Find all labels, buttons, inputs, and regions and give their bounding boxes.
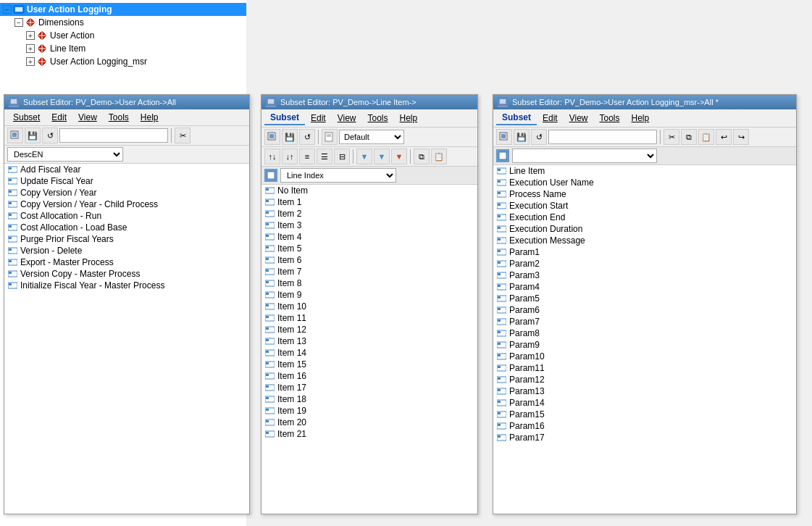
list-item[interactable]: Purge Prior Fiscal Years <box>4 233 249 245</box>
panel1-menu-tools[interactable]: Tools <box>103 111 135 124</box>
panel2-sort-3[interactable]: ≡ <box>299 149 315 164</box>
list-item[interactable]: Cost Allocation - Run <box>4 210 249 222</box>
list-item[interactable]: Item 1 <box>261 196 477 208</box>
list-item[interactable]: Execution End <box>493 212 796 223</box>
list-item[interactable]: Item 9 <box>261 289 477 301</box>
list-item[interactable]: Version - Delete <box>4 245 249 256</box>
panel2-dropdown[interactable]: Default <box>339 130 404 144</box>
list-item[interactable]: Param5 <box>493 293 796 304</box>
panel1-btn-1[interactable] <box>7 128 23 143</box>
panel2-list[interactable]: No Item Item 1 Item 2 Item 3 Item 4 Item… <box>261 185 477 467</box>
list-item[interactable]: Item 3 <box>261 220 477 231</box>
panel3-menu-edit[interactable]: Edit <box>537 112 564 125</box>
list-item[interactable]: Param8 <box>493 327 796 339</box>
ua-expand-icon[interactable]: + <box>26 31 35 40</box>
list-item[interactable]: Initialize Fiscal Year - Master Process <box>4 280 249 291</box>
list-item[interactable]: Copy Version / Year <box>4 187 249 199</box>
list-item[interactable]: Item 7 <box>261 266 477 277</box>
list-item[interactable]: Item 2 <box>261 208 477 220</box>
list-item[interactable]: Cost Allocation - Load Base <box>4 222 249 233</box>
panel3-undo-btn[interactable]: ↩ <box>716 129 732 145</box>
list-item[interactable]: Item 10 <box>261 301 477 312</box>
list-item[interactable]: Item 21 <box>261 428 477 440</box>
panel2-menu-view[interactable]: View <box>332 112 362 125</box>
panel2-page-icon[interactable] <box>322 129 338 145</box>
list-item[interactable]: Item 6 <box>261 254 477 266</box>
panel3-search-input[interactable] <box>548 130 657 144</box>
list-item[interactable]: Param11 <box>493 362 796 374</box>
panel1-menu-subset[interactable]: Subset <box>7 111 46 124</box>
list-item[interactable]: Execution User Name <box>493 177 796 188</box>
dimensions-collapse-icon[interactable]: − <box>14 18 23 27</box>
list-item[interactable]: Item 12 <box>261 324 477 335</box>
list-item[interactable]: Item 11 <box>261 312 477 324</box>
msr-expand-icon[interactable]: + <box>26 57 35 66</box>
list-item[interactable]: Item 4 <box>261 231 477 243</box>
list-item[interactable]: Item 17 <box>261 382 477 393</box>
panel1-save-btn[interactable]: 💾 <box>25 128 41 143</box>
list-item[interactable]: Param10 <box>493 351 796 362</box>
li-expand-icon[interactable]: + <box>26 44 35 53</box>
panel2-sort-5[interactable]: ⊟ <box>334 149 350 164</box>
list-item[interactable]: Item 19 <box>261 405 477 417</box>
list-item[interactable]: Version Copy - Master Process <box>4 268 249 280</box>
panel2-copy-btn[interactable]: ⧉ <box>414 149 430 164</box>
list-item[interactable]: Update Fiscal Year <box>4 175 249 187</box>
panel2-menu-edit[interactable]: Edit <box>305 112 332 125</box>
panel2-refresh-btn[interactable]: ↺ <box>299 129 315 145</box>
panel2-menu-help[interactable]: Help <box>394 112 424 125</box>
panel1-sort-select[interactable]: DescEN <box>7 147 123 162</box>
panel3-menu-help[interactable]: Help <box>626 112 656 125</box>
list-item[interactable]: Copy Version / Year - Child Process <box>4 199 249 210</box>
panel1-list[interactable]: Add Fiscal Year Update Fiscal Year Copy … <box>4 164 249 475</box>
tree-user-action-node[interactable]: + User Action <box>0 29 246 42</box>
list-item[interactable]: Item 5 <box>261 243 477 254</box>
panel3-copy-btn[interactable]: ⧉ <box>681 129 697 145</box>
list-item[interactable]: Process Name <box>493 188 796 200</box>
list-item[interactable]: Item 16 <box>261 370 477 382</box>
list-item[interactable]: Param16 <box>493 420 796 432</box>
list-item[interactable]: Param13 <box>493 385 796 397</box>
panel2-sort-asc[interactable]: ↑↓ <box>264 149 280 164</box>
panel1-menu-edit[interactable]: Edit <box>46 111 72 124</box>
panel3-cut-btn[interactable]: ✂ <box>664 129 679 145</box>
panel3-list[interactable]: Line Item Execution User Name Process Na… <box>493 165 796 469</box>
panel3-menu-subset[interactable]: Subset <box>496 111 537 125</box>
list-item[interactable]: Add Fiscal Year <box>4 164 249 175</box>
panel2-paste-btn[interactable]: 📋 <box>431 149 447 164</box>
list-item[interactable]: Execution Duration <box>493 223 796 235</box>
list-item[interactable]: Param4 <box>493 281 796 293</box>
list-item[interactable]: Param15 <box>493 409 796 420</box>
panel2-menu-subset[interactable]: Subset <box>264 111 305 125</box>
panel2-sort-4[interactable]: ☰ <box>317 149 332 164</box>
panel1-refresh-btn[interactable]: ↺ <box>42 128 58 143</box>
panel2-save-btn[interactable]: 💾 <box>282 129 298 145</box>
tree-dimensions-node[interactable]: − Dimensions <box>0 16 246 29</box>
list-item[interactable]: Execution Start <box>493 200 796 212</box>
panel3-refresh-btn[interactable]: ↺ <box>531 129 547 145</box>
panel2-sort-desc[interactable]: ↓↑ <box>282 149 298 164</box>
list-item[interactable]: Param17 <box>493 432 796 443</box>
panel3-paste-btn[interactable]: 📋 <box>698 129 714 145</box>
collapse-icon[interactable]: − <box>3 5 12 14</box>
panel1-search-input[interactable] <box>59 128 168 143</box>
list-item[interactable]: Item 18 <box>261 393 477 405</box>
panel1-menu-view[interactable]: View <box>72 111 103 124</box>
panel1-cut-btn[interactable]: ✂ <box>175 128 191 143</box>
tree-root-node[interactable]: − User Action Logging <box>0 3 246 16</box>
panel2-dim-select[interactable]: Line Index <box>280 168 396 183</box>
panel3-btn-1[interactable] <box>496 129 512 145</box>
list-item[interactable]: Export - Master Process <box>4 256 249 268</box>
panel2-filter-1[interactable]: ▼ <box>356 149 372 164</box>
tree-ual-msr-node[interactable]: + User Action Logging_msr <box>0 55 246 68</box>
panel3-save-btn[interactable]: 💾 <box>514 129 530 145</box>
panel2-filter-2[interactable]: ▼ <box>374 149 390 164</box>
list-item[interactable]: Param12 <box>493 374 796 385</box>
tree-line-item-node[interactable]: + Line Item <box>0 42 246 55</box>
list-item[interactable]: Param1 <box>493 246 796 258</box>
list-item[interactable]: Item 15 <box>261 359 477 370</box>
list-item[interactable]: Item 14 <box>261 347 477 359</box>
panel2-menu-tools[interactable]: Tools <box>362 112 394 125</box>
list-item[interactable]: Item 8 <box>261 277 477 289</box>
list-item[interactable]: Param2 <box>493 258 796 270</box>
